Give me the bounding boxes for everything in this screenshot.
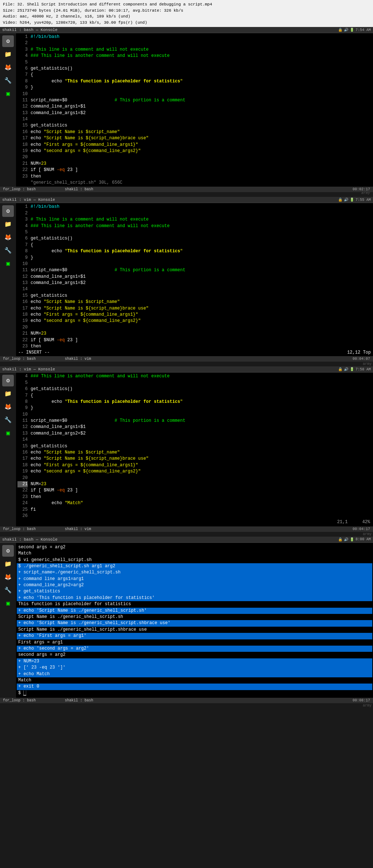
code-line-3-22: 22if [ $NUM -eq 23 ] bbox=[16, 487, 373, 494]
sidebar-icon-3-files[interactable]: 📁 bbox=[2, 388, 14, 400]
titlebar-3-text: shakil : vim — Konsole bbox=[2, 367, 55, 371]
watermark-4: army bbox=[0, 703, 373, 708]
bash-line-22: Match bbox=[17, 677, 372, 684]
code-line-3-4: 4### This line is another comment and wi… bbox=[16, 373, 373, 379]
code-line-3-25: 25fi bbox=[16, 507, 373, 513]
left-sidebar-2: ⚙ 📁 🦊 🔧 ▣ bbox=[0, 203, 16, 356]
panel-4-wrapper: ⚙ 📁 🦊 🔧 ▣ second args = arg2 Match $ vi … bbox=[0, 543, 373, 698]
code-line-2-5: 5 bbox=[16, 229, 373, 236]
bash-line-7: + command_line_args2=arg2 bbox=[17, 582, 372, 588]
sidebar-icon-4-files[interactable]: 📁 bbox=[2, 558, 14, 570]
titlebar-4-text: shakil : bash — Konsole bbox=[2, 537, 58, 542]
bash-line-19: + NUM=23 bbox=[17, 658, 372, 665]
code-line-1-20: 20 bbox=[16, 154, 373, 160]
panel-2: shakil : vim — Konsole 🔒 🔊 🔋 7:55 AM ⚙ 📁… bbox=[0, 197, 373, 366]
code-line-1-14: 14 bbox=[16, 116, 373, 122]
statusbar-tabs-2: for_loop : bash shakil : vim bbox=[3, 357, 91, 361]
code-line-3-11: 11script_name=$0 # This portion is a com… bbox=[16, 418, 373, 424]
code-line-1-4: 4### This line is another comment and wi… bbox=[16, 53, 373, 59]
panel-2-content: 1#!/bin/bash 2 3# This line is a comment… bbox=[16, 203, 373, 356]
sidebar-icon-terminal[interactable]: ▣ bbox=[2, 88, 14, 100]
titlebar-2: shakil : vim — Konsole 🔒 🔊 🔋 7:55 AM bbox=[0, 197, 373, 203]
code-line-2-22: 22if [ $NUM -eq 23 ] bbox=[16, 337, 373, 343]
statusbar-3-tab2[interactable]: shakil : vim bbox=[65, 527, 91, 531]
panel-3: shakil : vim — Konsole 🔒 🔊 🔋 7:58 AM ⚙ 📁… bbox=[0, 366, 373, 536]
cursor-position-2: 12,12 Top bbox=[347, 350, 371, 355]
sidebar-icon-2-plasma[interactable]: ⚙ bbox=[2, 205, 14, 217]
titlebar-1: shakil : bash — Konsole 🔒 🔊 🔋 7:54 AM bbox=[0, 27, 373, 33]
sidebar-icon-plasma[interactable]: ⚙ bbox=[2, 35, 14, 47]
sidebar-icon-2-app[interactable]: 🔧 bbox=[2, 245, 14, 256]
sidebar-icon-3-terminal[interactable]: ▣ bbox=[2, 427, 14, 439]
code-line-2-19: 19echo "second args = ${command_line_arg… bbox=[16, 318, 373, 324]
code-line-1-6: 6get_statistics() bbox=[16, 66, 373, 72]
panel-3-wrapper: ⚙ 📁 🦊 🔧 ▣ 4### This line is another comm… bbox=[0, 373, 373, 526]
network-icon-3: 🔒 bbox=[338, 367, 342, 371]
battery-icon-3: 🔋 bbox=[350, 367, 354, 371]
sidebar-icon-3-firefox[interactable]: 🦊 bbox=[2, 401, 14, 413]
left-sidebar-4: ⚙ 📁 🦊 🔧 ▣ bbox=[0, 543, 16, 698]
watermark-1: army bbox=[0, 191, 372, 195]
cursor-position-3: 21,1 bbox=[337, 519, 348, 525]
sidebar-icon-3-plasma[interactable]: ⚙ bbox=[2, 375, 14, 386]
bash-line-4: $ ./generic_shell_script.sh arg1 arg2 bbox=[17, 563, 372, 569]
sidebar-icon-3-app[interactable]: 🔧 bbox=[2, 414, 14, 426]
code-line-2-21: 21NUM=23 bbox=[16, 331, 373, 337]
statusbar-tabs-3: for_loop : bash shakil : vim bbox=[3, 527, 91, 531]
bash-line-2: Match bbox=[17, 550, 372, 557]
timestamp-1: 7:54 AM bbox=[356, 28, 371, 32]
statusbar-4-tab2[interactable]: shakil : bash bbox=[65, 698, 93, 702]
code-line-3-8: 8 echo "This function is placeholder for… bbox=[16, 399, 373, 405]
terminal-body-2: 1#!/bin/bash 2 3# This line is a comment… bbox=[16, 203, 373, 356]
bash-line-18: second args = arg2 bbox=[17, 652, 372, 658]
sidebar-icon-2-files[interactable]: 📁 bbox=[2, 218, 14, 230]
code-line-1-2: 2 bbox=[16, 40, 373, 46]
panel-2-wrapper: ⚙ 📁 🦊 🔧 ▣ 1#!/bin/bash 2 3# This line is… bbox=[0, 203, 373, 356]
bash-line-14: Script Name is ./generic_shell_script.sh… bbox=[17, 627, 372, 633]
sidebar-icon-firefox[interactable]: 🦊 bbox=[2, 62, 14, 73]
code-line-2-17: 17echo "Script Name is ${script_name}bra… bbox=[16, 305, 373, 312]
code-line-1-15: 15get_statistics bbox=[16, 122, 373, 129]
panel-1-content: 1#!/bin/bash 2 3# This line is a comment… bbox=[16, 33, 373, 187]
code-line-2-7: 7{ bbox=[16, 242, 373, 248]
panel-4-content: second args = arg2 Match $ vi generic_sh… bbox=[16, 543, 373, 698]
code-line-3-5: 5 bbox=[16, 380, 373, 386]
watermark-3: army bbox=[0, 532, 373, 537]
sidebar-icon-2-firefox[interactable]: 🦊 bbox=[2, 231, 14, 243]
code-line-1-10: 10 bbox=[16, 91, 373, 97]
code-line-2-16: 16echo "Script Name is $script_name" bbox=[16, 299, 373, 305]
duration-4: 00:08:17 bbox=[353, 698, 370, 702]
sidebar-icon-4-app[interactable]: 🔧 bbox=[2, 584, 14, 596]
insert-mode-label: -- INSERT -- bbox=[18, 350, 50, 355]
statusbar-2-tab2[interactable]: shakil : vim bbox=[65, 357, 91, 361]
volume-icon-3: 🔊 bbox=[344, 367, 348, 371]
video-info-header: File: 32. Shell Script Introduction and … bbox=[0, 0, 373, 27]
bash-line-12: Script Name is ./generic_shell_script.sh bbox=[17, 614, 372, 620]
code-line-2-9: 9} bbox=[16, 255, 373, 261]
sidebar-icon-2-terminal[interactable]: ▣ bbox=[2, 258, 14, 269]
sidebar-icon-app1[interactable]: 🔧 bbox=[2, 75, 14, 86]
statusbar-2-tab1[interactable]: for_loop : bash bbox=[3, 357, 36, 361]
code-line-2-10: 10 bbox=[16, 261, 373, 267]
statusbar-4-tab1[interactable]: for_loop : bash bbox=[3, 698, 36, 702]
duration-3: 00:04:17 bbox=[353, 527, 370, 531]
scroll-pos-2: Top bbox=[363, 350, 371, 355]
code-line-1-21: 21NUM=23 bbox=[16, 161, 373, 167]
sidebar-icon-files[interactable]: 📁 bbox=[2, 48, 14, 60]
panel-1: shakil : bash — Konsole 🔒 🔊 🔋 7:54 AM ⚙ … bbox=[0, 27, 373, 197]
code-line-1-19: 19echo "second args = ${command_line_arg… bbox=[16, 148, 373, 154]
bash-line-20: + [' 23 -eq 23 ']' bbox=[17, 665, 372, 671]
statusbar-tabs-4: for_loop : bash shakil : bash bbox=[3, 698, 93, 702]
code-line-2-18: 18echo "First args = ${command_line_args… bbox=[16, 312, 373, 318]
code-line-3-24: 24 echo "Match" bbox=[16, 500, 373, 506]
titlebar-3: shakil : vim — Konsole 🔒 🔊 🔋 7:58 AM bbox=[0, 366, 373, 373]
timestamp-2: 7:55 AM bbox=[356, 198, 371, 202]
statusbar-3-tab1[interactable]: for_loop : bash bbox=[3, 527, 36, 531]
sidebar-icon-4-terminal[interactable]: ▣ bbox=[2, 598, 14, 609]
sidebar-icon-4-firefox[interactable]: 🦊 bbox=[2, 571, 14, 583]
code-line-1-23: 23then bbox=[16, 174, 373, 180]
sidebar-icon-4-plasma[interactable]: ⚙ bbox=[2, 545, 14, 557]
code-line-1-7: 7{ bbox=[16, 72, 373, 78]
code-line-3-9: 9} bbox=[16, 405, 373, 411]
bash-line-17: + echo 'second args = arg2' bbox=[17, 646, 372, 652]
